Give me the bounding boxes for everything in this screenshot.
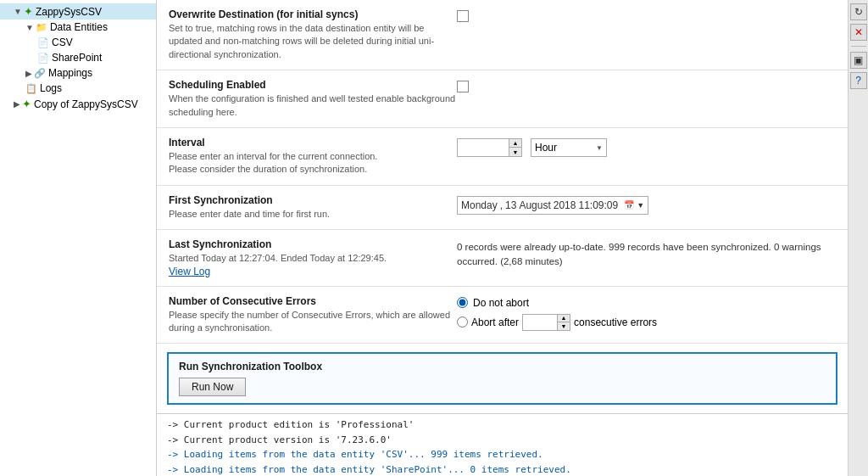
scheduling-checkbox[interactable]	[457, 81, 469, 92]
sidebar-label-logs: Logs	[40, 82, 62, 94]
sidebar: ▼ ✦ ZappySysCSV ▼ 📁 Data Entities 📄 CSV …	[0, 0, 157, 476]
overwrite-label-group: Overwrite Destination (for initial syncs…	[169, 8, 457, 61]
interval-desc: Please enter an interval for the current…	[169, 150, 457, 176]
month-name: August	[519, 199, 550, 211]
interval-control: 1 ▲ ▼ Second Minute Hour Day Week Month	[457, 137, 836, 157]
radio-no-abort[interactable]	[457, 297, 468, 308]
abort-spin-up[interactable]: ▲	[558, 315, 570, 323]
expand-arrow-copy: ▶	[14, 99, 20, 109]
interval-title: Interval	[169, 137, 457, 148]
radio-abort[interactable]	[457, 316, 468, 328]
last-sync-control: 0 records were already up-to-date. 999 r…	[457, 238, 836, 270]
year-val: 2018	[554, 199, 576, 211]
log-line-3: -> Loading items from the data entity 'S…	[167, 462, 837, 476]
stop-button[interactable]: ✕	[850, 24, 867, 41]
log-line-2: -> Loading items from the data entity 'C…	[167, 447, 837, 462]
sidebar-label-zappysyscsv: ZappySysCSV	[36, 6, 102, 18]
run-sync-toolbox: Run Synchronization Toolbox Run Now	[167, 352, 837, 405]
consecutive-errors-title: Number of Consecutive Errors	[169, 295, 457, 307]
date-input-group[interactable]: Monday , 13 August 2018 11:09:09 📅 ▼	[457, 196, 648, 215]
abort-spin-down[interactable]: ▼	[558, 322, 570, 330]
radio-abort-row: Abort after ▲ ▼ consecutive errors	[457, 314, 657, 331]
radio-no-abort-row: Do not abort	[457, 297, 657, 309]
first-sync-desc: Please enter date and time for first run…	[169, 208, 457, 221]
log-line-1: -> Current product version is '7.23.6.0'	[167, 433, 837, 448]
expand-arrow-data-entities: ▼	[25, 23, 34, 32]
sidebar-item-csv[interactable]: 📄 CSV	[0, 35, 156, 50]
last-sync-desc: Started Today at 12:27:04. Ended Today a…	[169, 252, 457, 265]
interval-unit-select[interactable]: Second Minute Hour Day Week Month	[531, 138, 607, 157]
sidebar-item-logs[interactable]: 📋 Logs	[0, 81, 156, 96]
consecutive-errors-desc: Please specify the number of Consecutive…	[169, 309, 457, 335]
csv-icon: 📄	[37, 37, 49, 48]
log-output: -> Current product edition is 'Professio…	[157, 413, 848, 476]
last-sync-label-group: Last Synchronization Started Today at 12…	[169, 238, 457, 277]
date-dropdown-arrow: ▼	[637, 201, 644, 210]
refresh-button[interactable]: ↻	[850, 3, 867, 20]
consecutive-errors-row: Number of Consecutive Errors Please spec…	[157, 287, 848, 344]
first-sync-control: Monday , 13 August 2018 11:09:09 📅 ▼	[457, 194, 836, 215]
sidebar-item-data-entities[interactable]: ▼ 📁 Data Entities	[0, 20, 156, 35]
sidebar-item-mappings[interactable]: ▶ 🔗 Mappings	[0, 65, 156, 81]
consecutive-errors-control: Do not abort Abort after ▲ ▼ consecuti	[457, 295, 836, 331]
green-star-icon: ✦	[24, 5, 33, 18]
time-val: 11:09:09	[578, 199, 618, 211]
scheduling-title: Scheduling Enabled	[169, 79, 457, 91]
interval-input[interactable]: 1	[458, 139, 509, 156]
radio-no-abort-label: Do not abort	[473, 297, 529, 309]
first-sync-title: First Synchronization	[169, 194, 457, 206]
radio-group: Do not abort Abort after ▲ ▼ consecuti	[457, 297, 657, 331]
scheduling-desc: When the configuration is finished and w…	[169, 92, 457, 119]
run-sync-title: Run Synchronization Toolbox	[179, 361, 826, 372]
log-line-0: -> Current product edition is 'Professio…	[167, 417, 837, 433]
first-sync-row: First Synchronization Please enter date …	[157, 186, 848, 230]
sharepoint-icon: 📄	[37, 53, 49, 64]
interval-label-group: Interval Please enter an interval for th…	[169, 137, 457, 176]
sidebar-label-copy: Copy of ZappySysCSV	[34, 98, 138, 110]
day-num: 13	[505, 199, 516, 211]
interval-unit-wrapper: Second Minute Hour Day Week Month	[531, 138, 607, 157]
run-now-button[interactable]: Run Now	[179, 378, 246, 396]
content-area: Overwrite Destination (for initial syncs…	[157, 0, 848, 476]
main-content: Overwrite Destination (for initial syncs…	[157, 0, 848, 476]
overwrite-checkbox[interactable]	[457, 10, 469, 22]
radio-abort-label: Abort after	[471, 316, 519, 328]
help-button[interactable]: ?	[850, 72, 867, 89]
toolbar-separator	[851, 46, 866, 47]
scheduling-label-group: Scheduling Enabled When the configuratio…	[169, 79, 457, 119]
right-toolbar: ↻ ✕ ▣ ?	[848, 0, 868, 476]
day-name: Monday	[461, 199, 498, 211]
last-sync-title: Last Synchronization	[169, 238, 457, 250]
last-sync-status: 0 records were already up-to-date. 999 r…	[457, 240, 836, 270]
first-sync-label-group: First Synchronization Please enter date …	[169, 194, 457, 221]
consecutive-errors-label-group: Number of Consecutive Errors Please spec…	[169, 295, 457, 335]
expand-arrow: ▼	[14, 7, 22, 16]
last-sync-row: Last Synchronization Started Today at 12…	[157, 230, 848, 286]
abort-value-input[interactable]	[523, 315, 557, 330]
abort-suffix: consecutive errors	[574, 316, 657, 328]
calendar-icon[interactable]: 📅	[624, 200, 634, 210]
interval-spin-up[interactable]: ▲	[509, 139, 521, 148]
interval-spin-col: ▲ ▼	[509, 139, 521, 156]
interval-spin-down[interactable]: ▼	[509, 148, 521, 156]
sidebar-label-sharepoint: SharePoint	[52, 52, 102, 64]
monitor-button[interactable]: ▣	[850, 52, 867, 69]
sidebar-label-csv: CSV	[52, 36, 73, 48]
mappings-icon: 🔗	[34, 68, 46, 79]
interval-row: Interval Please enter an interval for th…	[157, 128, 848, 186]
abort-value-spinner: ▲ ▼	[522, 314, 570, 331]
view-log-link[interactable]: View Log	[169, 266, 210, 277]
logs-icon: 📋	[25, 83, 37, 94]
abort-spin-col: ▲ ▼	[557, 315, 570, 330]
sidebar-item-zappysyscsv[interactable]: ▼ ✦ ZappySysCSV	[0, 3, 156, 20]
sidebar-label-mappings: Mappings	[48, 67, 92, 79]
scheduling-control	[457, 79, 836, 92]
sidebar-label-data-entities: Data Entities	[50, 21, 108, 33]
sidebar-item-sharepoint[interactable]: 📄 SharePoint	[0, 50, 156, 65]
overwrite-title: Overwrite Destination (for initial syncs…	[169, 8, 457, 20]
date-comma: ,	[500, 199, 503, 211]
folder-icon: 📁	[36, 22, 47, 33]
sidebar-item-copy-zappysyscsv[interactable]: ▶ ✦ Copy of ZappySysCSV	[0, 96, 156, 112]
green-star-icon-copy: ✦	[22, 98, 31, 110]
scheduling-row: Scheduling Enabled When the configuratio…	[157, 70, 848, 128]
